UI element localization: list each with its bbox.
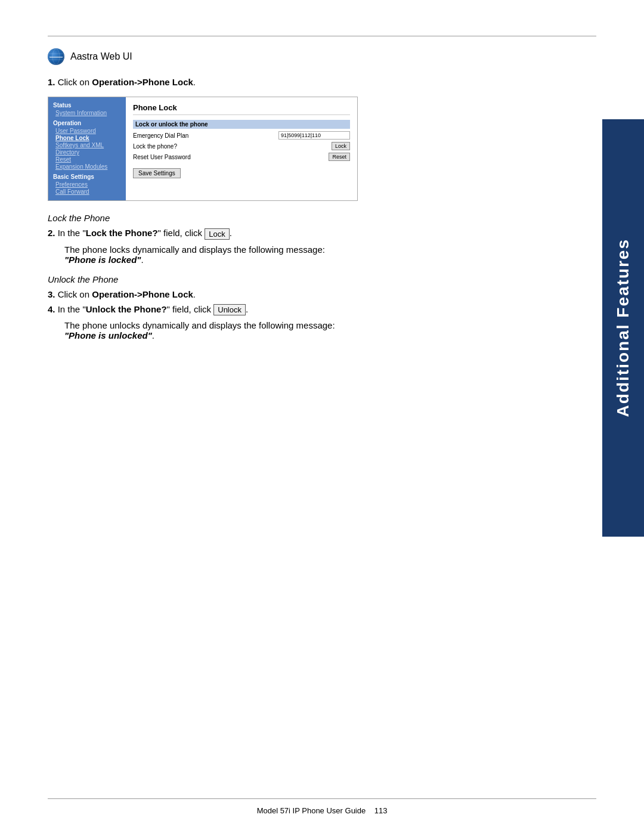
step2-message: "Phone is locked" [64,255,141,265]
sidebar-status-label: Status [53,102,121,109]
footer-rule [48,798,596,799]
aastra-web-ui-label: Aastra Web UI [70,51,132,62]
globe-icon [48,48,64,65]
step1-link: Operation->Phone Lock [92,77,193,87]
reset-button-webui[interactable]: Reset [329,153,350,161]
step2-field-name: Lock the Phone? [86,228,158,238]
step4-sub-line: The phone unlocks dynamically and displa… [64,320,335,330]
unlock-phone-heading: Unlock the Phone [48,274,596,284]
lock-button-webui[interactable]: Lock [332,142,350,150]
webui-content: Phone Lock Lock or unlock the phone Emer… [126,97,357,200]
step2-sub-line: The phone locks dynamically and displays… [64,244,325,255]
sidebar-operation-label: Operation [53,120,121,126]
lock-phone-heading: Lock the Phone [48,213,596,223]
step2-sub: The phone locks dynamically and displays… [64,244,596,265]
page-container: Aastra Web UI 1. Click on Operation->Pho… [0,0,644,833]
svg-point-1 [52,49,60,64]
step1-text: Click on [58,77,92,87]
sidebar-basic-label: Basic Settings [53,174,121,180]
step2-instruction: 2. In the "Lock the Phone?" field, click… [48,228,596,240]
webui-emergency-row: Emergency Dial Plan [133,131,350,140]
step3-link: Operation->Phone Lock [92,289,193,299]
sidebar-preferences[interactable]: Preferences [53,181,121,188]
step4-sub: The phone unlocks dynamically and displa… [64,320,596,340]
step4-field-name: Unlock the Phone? [86,304,167,314]
sidebar-reset[interactable]: Reset [53,156,121,163]
vertical-text: Additional Features [614,239,633,417]
svg-point-0 [48,49,64,64]
step3-instruction: 3. Click on Operation->Phone Lock. [48,289,596,299]
step4-instruction: 4. In the "Unlock the Phone?" field, cli… [48,304,596,316]
webui-sidebar: Status System Information Operation User… [48,97,126,200]
footer-page-number: 113 [374,806,388,815]
sidebar-phone-lock[interactable]: Phone Lock [53,135,121,141]
step2-number: 2. [48,228,55,238]
emergency-dial-label: Emergency Dial Plan [133,132,278,139]
step1-number: 1. [48,77,55,87]
footer-text: Model 57i IP Phone User Guide 113 [0,806,644,815]
webui-page-title: Phone Lock [133,103,350,115]
emergency-dial-input[interactable] [278,131,350,140]
footer-area: Model 57i IP Phone User Guide 113 [0,798,644,833]
footer-model-text: Model 57i IP Phone User Guide [257,806,366,815]
webui-save-row: Save Settings [133,163,350,178]
sidebar-expansion-modules[interactable]: Expansion Modules [53,163,121,170]
sidebar-softkeys-xml[interactable]: Softkeys and XML [53,142,121,148]
step1-instruction: 1. Click on Operation->Phone Lock. [48,77,596,87]
reset-password-label: Reset User Password [133,154,329,160]
webui-lock-row: Lock the phone? Lock [133,142,350,150]
sidebar-system-info[interactable]: System Information [53,110,121,116]
aastra-header: Aastra Web UI [48,48,596,65]
lock-inline-btn[interactable]: Lock [205,228,229,240]
lock-phone-label: Lock the phone? [133,143,332,150]
webui-section-header: Lock or unlock the phone [133,120,350,129]
save-settings-button[interactable]: Save Settings [133,168,181,178]
webui-screenshot: Status System Information Operation User… [48,97,358,201]
step4-number: 4. [48,304,55,314]
sidebar-call-forward[interactable]: Call Forward [53,188,121,195]
vertical-text-container: Additional Features [602,119,644,537]
top-rule [48,36,596,36]
unlock-inline-btn[interactable]: Unlock [213,304,246,315]
step4-message: "Phone is unlocked" [64,330,152,340]
webui-reset-row: Reset User Password Reset [133,153,350,161]
sidebar-user-password[interactable]: User Password [53,128,121,134]
step3-text: Click on [58,289,92,299]
sidebar-directory[interactable]: Directory [53,149,121,156]
step3-number: 3. [48,289,55,299]
